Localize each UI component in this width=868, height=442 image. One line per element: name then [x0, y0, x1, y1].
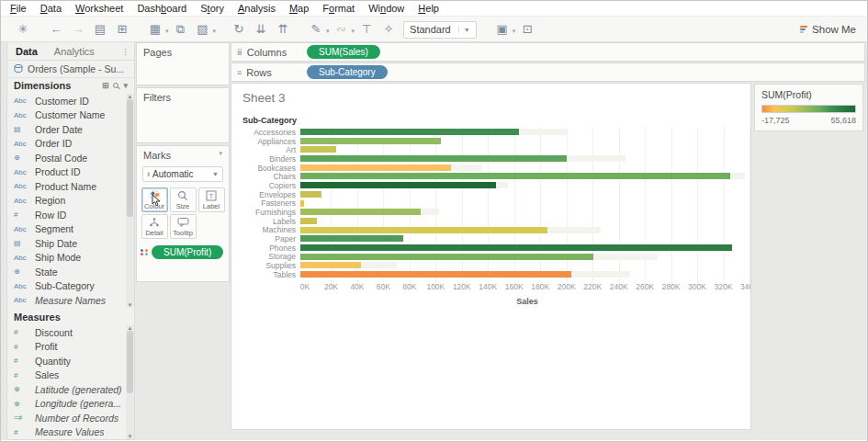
scroll-thumb[interactable]: [127, 99, 133, 217]
menu-help[interactable]: Help: [418, 3, 439, 14]
menu-data[interactable]: Data: [40, 3, 62, 14]
columns-shelf[interactable]: ⅲ Columns SUM(Sales): [231, 42, 865, 62]
dimension-field-postal-code[interactable]: ⊕Postal Code: [7, 151, 134, 165]
find-field-icon[interactable]: [113, 83, 118, 88]
bar-labels[interactable]: [300, 218, 317, 224]
dimension-field-measure-names[interactable]: AbcMeasure Names: [7, 293, 134, 308]
tab-analytics[interactable]: Analytics: [46, 43, 103, 60]
dimension-field-product-id[interactable]: AbcProduct ID: [7, 165, 134, 180]
scroll-down-icon[interactable]: ▼: [128, 434, 133, 439]
bar-supplies[interactable]: [300, 262, 361, 268]
fix-axes-button[interactable]: ✧: [380, 20, 397, 39]
highlight-button-caret-icon[interactable]: ▾: [326, 28, 330, 34]
category-label[interactable]: Machines: [242, 225, 300, 234]
bar-accessories[interactable]: [300, 129, 519, 135]
clear-sheet-button-caret-icon[interactable]: ▾: [213, 28, 217, 34]
filters-card[interactable]: Filters: [136, 87, 230, 143]
scroll-thumb[interactable]: [127, 331, 133, 393]
category-label[interactable]: Fasteners: [242, 198, 300, 208]
category-label[interactable]: Supplies: [242, 261, 300, 270]
presentation-mode-button[interactable]: ⊡: [519, 20, 535, 39]
measure-field-latitude-generated[interactable]: ⊕Latitude (generated): [7, 382, 134, 397]
category-label[interactable]: Phones: [242, 244, 300, 253]
menu-analysis[interactable]: Analysis: [238, 3, 276, 14]
bar-appliances[interactable]: [300, 138, 441, 144]
new-worksheet-button[interactable]: ▦: [147, 20, 163, 39]
show-mark-labels-button[interactable]: ⊤: [358, 20, 375, 39]
bar-machines[interactable]: [300, 227, 547, 233]
save-button[interactable]: ▤: [92, 20, 108, 39]
dimensions-scrollbar[interactable]: ▲▼: [126, 94, 134, 308]
dimension-field-state[interactable]: ⊕State: [7, 265, 134, 279]
highlight-button[interactable]: ✎: [308, 20, 324, 39]
new-worksheet-button-caret-icon[interactable]: ▾: [165, 28, 169, 34]
menu-file[interactable]: File: [10, 3, 27, 14]
group-members-button-caret-icon[interactable]: ▾: [352, 28, 355, 34]
category-label[interactable]: Furnishings: [242, 208, 300, 217]
measure-field-discount[interactable]: #Discount: [7, 325, 134, 340]
measure-field-number-of-records[interactable]: =#Number of Records: [7, 411, 134, 425]
dimension-field-order-date[interactable]: ▤Order Date: [7, 122, 134, 137]
menu-worksheet[interactable]: Worksheet: [75, 3, 123, 14]
measures-scrollbar[interactable]: ▲▼: [126, 325, 134, 439]
view-data-icon[interactable]: ⊞: [102, 81, 109, 90]
menu-format[interactable]: Format: [322, 3, 355, 14]
tooltip-button[interactable]: Tooltip: [170, 214, 197, 239]
mark-type-dropdown[interactable]: ıl Automatic ▼: [142, 166, 223, 182]
show-me-button[interactable]: Show Me: [800, 24, 856, 35]
category-label[interactable]: Binders: [242, 154, 300, 164]
category-label[interactable]: Paper: [242, 234, 300, 244]
menu-dashboard[interactable]: Dashboard: [137, 3, 186, 14]
bar-tables[interactable]: [300, 271, 571, 278]
bar-envelopes[interactable]: [300, 191, 321, 198]
view-mode-caret-icon[interactable]: ▼: [458, 27, 470, 33]
bar-copiers[interactable]: [300, 182, 496, 188]
new-data-source-button[interactable]: ⊞: [114, 20, 130, 39]
category-label[interactable]: Chairs: [242, 172, 300, 181]
dimension-field-segment[interactable]: AbcSegment: [7, 222, 134, 237]
measure-field-quantity[interactable]: #Quantity: [7, 354, 134, 368]
clear-sheet-button[interactable]: ▧: [195, 20, 211, 39]
tab-data[interactable]: Data: [7, 43, 46, 60]
sort-descending-button[interactable]: ⇈: [275, 20, 291, 39]
menu-window[interactable]: Window: [368, 3, 404, 14]
bar-chairs[interactable]: [300, 173, 730, 179]
dimension-field-product-name[interactable]: AbcProduct Name: [7, 179, 134, 194]
menu-map[interactable]: Map: [289, 3, 309, 14]
pane-menu-icon[interactable]: ⋮: [121, 47, 134, 56]
dimension-field-order-id[interactable]: AbcOrder ID: [7, 137, 134, 152]
sort-ascending-button[interactable]: ⇊: [253, 20, 269, 39]
dimension-field-ship-date[interactable]: ▤Ship Date: [7, 236, 134, 251]
fit-selector-button[interactable]: ▣: [494, 20, 511, 39]
category-label[interactable]: Copiers: [242, 181, 300, 190]
rows-shelf[interactable]: ≡ Rows Sub-Category: [231, 62, 865, 82]
category-label[interactable]: Bookcases: [242, 164, 300, 173]
category-label[interactable]: Art: [242, 145, 300, 154]
dimension-field-row-id[interactable]: #Row ID: [7, 208, 134, 222]
dimension-field-sub-category[interactable]: AbcSub-Category: [7, 279, 134, 294]
sum-profit-pill[interactable]: SUM(Profit): [152, 245, 223, 259]
bar-fasteners[interactable]: [300, 200, 304, 207]
category-label[interactable]: Accessories: [242, 128, 300, 137]
sum-sales-pill[interactable]: SUM(Sales): [307, 45, 380, 59]
datasource-item[interactable]: Orders (Sample - Su...: [7, 61, 134, 77]
pages-card[interactable]: Pages: [136, 42, 230, 85]
scroll-down-icon[interactable]: ▼: [128, 302, 133, 308]
bar-paper[interactable]: [300, 235, 403, 242]
colour-button[interactable]: Colour: [141, 187, 168, 212]
refresh-button[interactable]: ↻: [231, 20, 247, 39]
bar-storage[interactable]: [300, 254, 593, 260]
marks-menu-icon[interactable]: ▾: [219, 150, 222, 161]
category-label[interactable]: Appliances: [242, 137, 300, 146]
detail-button[interactable]: Detail: [141, 214, 168, 239]
bar-phones[interactable]: [300, 244, 732, 251]
dimension-field-customer-name[interactable]: AbcCustomer Name: [7, 108, 134, 123]
bar-binders[interactable]: [300, 155, 567, 162]
category-label[interactable]: Storage: [242, 252, 300, 261]
category-label[interactable]: Envelopes: [242, 190, 300, 199]
bar-bookcases[interactable]: [300, 164, 451, 171]
x-axis[interactable]: 0K20K40K60K80K100K120K140K160K180K200K22…: [305, 282, 750, 293]
dimension-field-ship-mode[interactable]: AbcShip Mode: [7, 251, 134, 266]
size-button[interactable]: Size: [170, 187, 197, 212]
view-mode-select[interactable]: Standard▼: [403, 21, 477, 39]
